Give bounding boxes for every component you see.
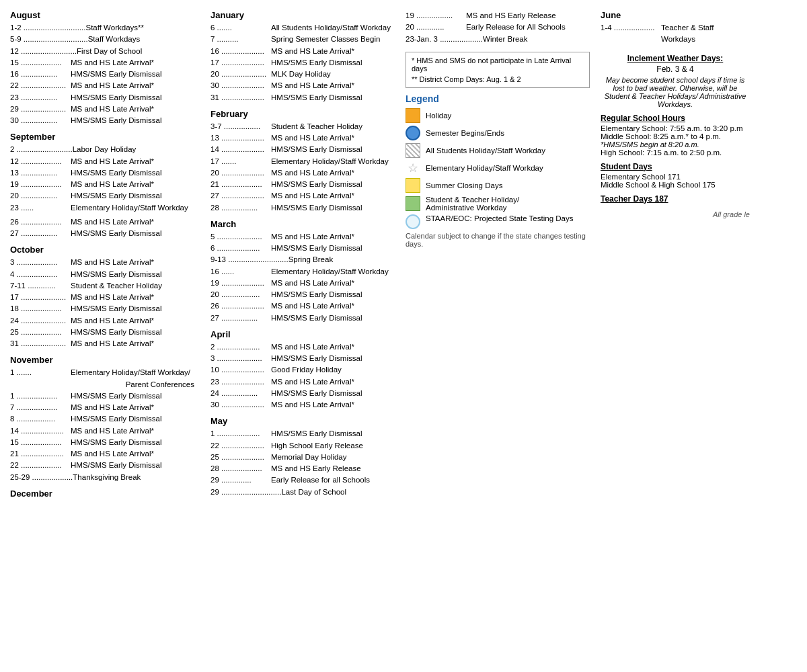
legend-summer-text: Summer Closing Days — [426, 181, 502, 190]
month-header-december: December — [10, 489, 200, 499]
entry-sep-4: 19 ...................MS and HS Late Arr… — [10, 179, 200, 190]
entry-jan-3: 16 ....................MS and HS Late Ar… — [210, 46, 395, 57]
entry-sep-3: 13 .................HMS/SMS Early Dismis… — [10, 167, 200, 179]
month-march: March 5 .....................MS and HS L… — [210, 219, 395, 324]
regular-hours-high: High School: 7:15 a.m. to 2:50 p.m. — [601, 149, 750, 157]
entry-aug-4: 15 ...................MS and HS Late Arr… — [10, 57, 200, 69]
entry-aug-5: 16 .................HMS/SMS Early Dismis… — [10, 69, 200, 80]
all-grade-note: All grade le — [601, 210, 750, 218]
entry-oct-2: 4 ...................HMS/SMS Early Dismi… — [10, 269, 200, 280]
right-column: June 1-4 ...................Teacher & St… — [595, 10, 750, 501]
double-asterisk-note: ** District Comp Days: Aug. 1 & 2 — [412, 75, 584, 83]
entry-mar-5: 19 ....................MS and HS Late Ar… — [210, 278, 395, 289]
entry-oct-1: 3 ...................MS and HS Late Arri… — [10, 257, 200, 268]
regular-hours-elementary: Elementary School: 7:55 a.m. to 3:20 p.m — [601, 124, 750, 132]
entry-mar-2: 6 ....................HMS/SMS Early Dism… — [210, 243, 395, 254]
entry-apr-5: 24 .................HMS/SMS Early Dismis… — [210, 388, 395, 399]
entry-dec-3: 23-Jan. 3 ....................Winter Bre… — [406, 34, 590, 45]
month-header-may: May — [210, 416, 395, 426]
month-header-february: February — [210, 109, 395, 119]
entry-mar-7: 26 ....................MS and HS Late Ar… — [210, 300, 395, 312]
regular-hours-title: Regular School Hours — [601, 114, 750, 123]
entry-jan-4: 17 ....................HMS/SMS Early Dis… — [210, 57, 395, 69]
entry-nov-1b: Parent Conferences — [10, 379, 200, 390]
entry-oct-6: 24 .....................MS and HS Late A… — [10, 315, 200, 327]
entry-jan-7: 31 ....................HMS/SMS Early Dis… — [210, 92, 395, 103]
semester-icon — [406, 126, 420, 140]
entry-june-1: 1-4 ...................Teacher & Staff W… — [601, 22, 750, 46]
entry-nov-2: 1 ...................HMS/SMS Early Dismi… — [10, 390, 200, 402]
month-september: September 2 ..........................La… — [10, 132, 200, 239]
entry-oct-5: 18 ...................HMS/SMS Early Dism… — [10, 303, 200, 314]
column-2: January 6 .......All Students Holiday/St… — [205, 10, 400, 501]
legend-item-student-teacher: Student & Teacher Holiday/Administrative… — [406, 196, 590, 212]
entry-mar-4: 16 ......Elementary Holiday/Staff Workda… — [210, 266, 395, 278]
entry-feb-7: 27 ....................MS and HS Late Ar… — [210, 190, 395, 202]
entry-aug-6: 22 .....................MS and HS Late A… — [10, 80, 200, 91]
entry-mar-6: 20 ..................HMS/SMS Early Dismi… — [210, 289, 395, 300]
entry-mar-1: 5 .....................MS and HS Late Ar… — [210, 231, 395, 243]
entry-sep-1: 2 ..........................Labor Day Ho… — [10, 144, 200, 155]
legend-item-staar: STAAR/EOC: Projected State Testing Days — [406, 214, 590, 229]
entry-sep-5: 20 .................HMS/SMS Early Dismis… — [10, 190, 200, 202]
month-header-november: November — [10, 355, 200, 365]
entry-feb-2: 13 ....................MS and HS Late Ar… — [210, 132, 395, 144]
entry-nov-1: 1 .......Elementary Holiday/Staff Workda… — [10, 367, 200, 378]
legend-all-students-text: All Students Holiday/Staff Workday — [426, 146, 545, 155]
entry-sep-7: 26 ...................MS and HS Late Arr… — [10, 216, 200, 228]
entry-feb-8: 28 .................HMS/SMS Early Dismis… — [210, 202, 395, 214]
staar-icon — [406, 214, 420, 229]
month-november: November 1 .......Elementary Holiday/Sta… — [10, 355, 200, 483]
legend-holiday-text: Holiday — [426, 112, 451, 120]
entry-oct-4: 17 .....................MS and HS Late A… — [10, 292, 200, 303]
month-header-march: March — [210, 219, 395, 229]
entry-may-1: 1 ....................HMS/SMS Early Dism… — [210, 428, 395, 439]
entry-may-6: 29 ............................Last Day … — [210, 487, 395, 498]
inclement-weather-note: May become student school days if time i… — [601, 76, 750, 108]
student-days-elementary: Elementary School 171 — [601, 173, 750, 181]
entry-oct-3: 7-11 .............Student & Teacher Holi… — [10, 280, 200, 292]
entry-dec-1: 19 .................MS and HS Early Rele… — [406, 10, 590, 22]
staar-note: Calendar subject to change if the state … — [406, 232, 590, 248]
entry-dec-2: 20 .............Early Release for All Sc… — [406, 22, 590, 33]
month-april: April 2 ....................MS and HS La… — [210, 329, 395, 411]
main-layout: August 1-2 .............................… — [10, 10, 797, 501]
entry-nov-6: 15 ...................HMS/SMS Early Dism… — [10, 437, 200, 448]
entry-oct-7: 25 ...................HMS/SMS Early Dism… — [10, 327, 200, 338]
entry-aug-7: 23 .................HMS/SMS Early Dismis… — [10, 92, 200, 103]
entry-may-4: 28 ...................MS and HS Early Re… — [210, 463, 395, 474]
holiday-icon — [406, 108, 420, 123]
month-header-april: April — [210, 329, 395, 339]
entry-aug-9: 30 .................HMS/SMS Early Dismis… — [10, 115, 200, 126]
notes-box: * HMS and SMS do not participate in Late… — [406, 52, 590, 88]
entry-nov-3: 7 ...................MS and HS Late Arri… — [10, 402, 200, 413]
entry-feb-4: 17 .......Elementary Holiday/Staff Workd… — [210, 156, 395, 167]
legend-item-semester: Semester Begins/Ends — [406, 126, 590, 140]
entry-mar-8: 27 .................HMS/SMS Early Dismis… — [210, 312, 395, 324]
entry-oct-8: 31 .....................MS and HS Late A… — [10, 338, 200, 349]
month-june: June 1-4 ...................Teacher & St… — [601, 10, 750, 46]
legend-item-holiday: Holiday — [406, 108, 590, 123]
column-1: August 1-2 .............................… — [10, 10, 205, 501]
regular-hours-section: Regular School Hours Elementary School: … — [601, 114, 750, 157]
entry-jan-5: 20 .....................MLK Day Holiday — [210, 69, 395, 80]
legend-semester-text: Semester Begins/Ends — [426, 129, 504, 137]
entry-sep-2: 12 ...................MS and HS Late Arr… — [10, 156, 200, 167]
teacher-days-title: Teacher Days 187 — [601, 194, 750, 204]
entry-aug-1: 1-2 .............................Staff W… — [10, 22, 200, 34]
entry-apr-1: 2 ....................MS and HS Late Arr… — [210, 341, 395, 353]
entry-apr-6: 30 ....................MS and HS Late Ar… — [210, 399, 395, 411]
regular-hours-middle: Middle School: 8:25 a.m.* to 4 p.m. — [601, 132, 750, 140]
entry-feb-5: 20 ....................MS and HS Late Ar… — [210, 167, 395, 179]
entry-mar-3: 9-13 ............................Spring … — [210, 254, 395, 265]
elementary-icon: ☆ — [406, 161, 420, 175]
legend-student-teacher-text: Student & Teacher Holiday/Administrative… — [426, 196, 519, 212]
legend-title: Legend — [406, 93, 590, 104]
entry-nov-8: 22 ...................HMS/SMS Early Dism… — [10, 460, 200, 471]
entry-feb-1: 3-7 .................Student & Teacher H… — [210, 121, 395, 132]
legend-section: Legend Holiday Semester Begins/Ends All … — [406, 93, 590, 248]
month-header-september: September — [10, 132, 200, 142]
month-august: August 1-2 .............................… — [10, 10, 200, 126]
entry-nov-4: 8 ..................HMS/SMS Early Dismis… — [10, 413, 200, 425]
student-teacher-icon — [406, 196, 420, 211]
